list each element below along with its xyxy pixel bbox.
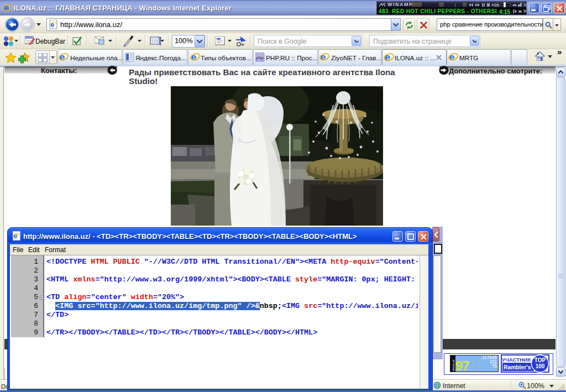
svg-text:e: e	[50, 21, 54, 29]
svg-text:e: e	[13, 232, 17, 240]
svg-text:TOP: TOP	[534, 357, 546, 363]
svg-text:www.uz: www.uz	[452, 359, 455, 372]
svg-text:100: 100	[536, 363, 545, 369]
svg-text:php: php	[256, 55, 264, 60]
